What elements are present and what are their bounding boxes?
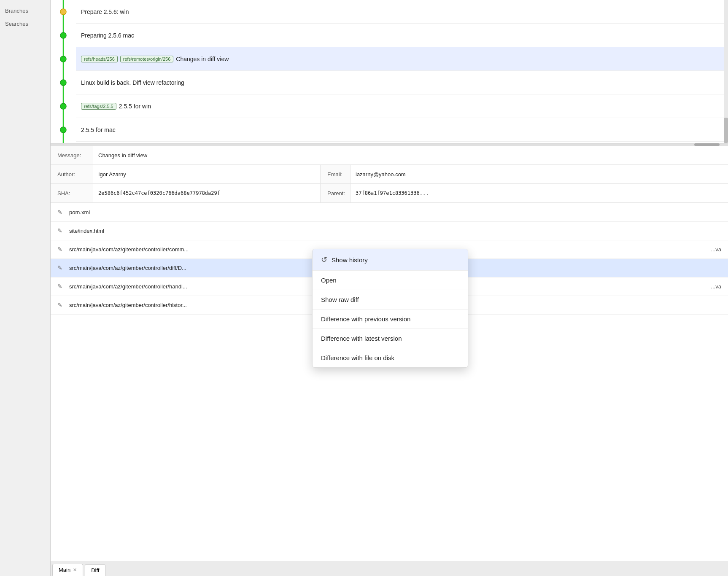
parent-label: Parent: <box>321 186 350 201</box>
context-menu-item-diff-latest[interactable]: Difference with latest version <box>313 329 468 348</box>
detail-message-row: Message: Changes in diff view <box>51 146 728 165</box>
commit-row[interactable]: 2.5.5 for mac <box>76 118 724 142</box>
scrollbar-thumb-h <box>694 143 720 146</box>
main-container: Branches Searches <box>0 0 728 576</box>
sha-value: 2e586c6f452c47cef0320c766da68e77978da29f <box>93 184 321 202</box>
commit-row[interactable]: Linux build is back. Diff view refactori… <box>76 71 724 94</box>
context-menu-item-diff-disk[interactable]: Difference with file on disk <box>313 348 468 367</box>
edit-icon: ✎ <box>57 264 65 272</box>
parent-value: 37f86a1f97e1c83361336... <box>350 184 728 202</box>
context-menu-diff-disk-label: Difference with file on disk <box>321 354 394 361</box>
ref-badge-tag: refs/tags/2.5.5 <box>81 103 116 110</box>
author-label: Author: <box>51 167 93 182</box>
context-menu-show-history-label: Show history <box>332 256 368 264</box>
git-graph-svg <box>51 0 76 143</box>
context-menu-item-diff-prev[interactable]: Difference with previous version <box>313 310 468 329</box>
bottom-tabs: Main ✕ Diff <box>51 561 728 576</box>
svg-point-3 <box>60 56 66 62</box>
commit-list-area: Prepare 2.5.6: win Preparing 2.5.6 mac r… <box>51 0 728 143</box>
tab-main[interactable]: Main ✕ <box>52 564 83 576</box>
horizontal-scrollbar[interactable] <box>724 0 728 143</box>
scroll-area <box>51 143 728 146</box>
context-menu: ↺ Show history Open Show raw diff Differ… <box>312 249 468 368</box>
commit-row[interactable]: refs/tags/2.5.5 2.5.5 for win <box>76 94 724 118</box>
sidebar-item-searches[interactable]: Searches <box>0 17 50 30</box>
file-suffix: ...va <box>711 246 721 253</box>
graph-column <box>51 0 76 143</box>
context-menu-item-raw-diff[interactable]: Show raw diff <box>313 290 468 310</box>
context-menu-open-label: Open <box>321 277 337 284</box>
detail-author-row: Author: Igor Azarny Email: iazarny@yahoo… <box>51 165 728 184</box>
history-icon: ↺ <box>321 255 327 264</box>
scrollbar-thumb <box>724 118 728 143</box>
edit-icon: ✎ <box>57 283 65 291</box>
context-menu-diff-latest-label: Difference with latest version <box>321 335 402 342</box>
author-value: Igor Azarny <box>93 165 321 183</box>
commit-row[interactable]: Preparing 2.5.6 mac <box>76 24 724 47</box>
file-row[interactable]: ✎ site/index.html <box>51 222 728 240</box>
tab-diff-label: Diff <box>91 567 99 573</box>
file-suffix: ...va <box>711 283 721 290</box>
email-label: Email: <box>321 167 350 182</box>
file-row[interactable]: ✎ pom.xml <box>51 203 728 222</box>
tab-diff[interactable]: Diff <box>85 564 105 576</box>
commit-row[interactable]: Prepare 2.5.6: win <box>76 0 724 24</box>
message-value: Changes in diff view <box>93 146 728 164</box>
message-label: Message: <box>51 148 93 163</box>
sidebar-item-branches[interactable]: Branches <box>0 4 50 17</box>
svg-point-1 <box>60 9 66 15</box>
ref-badge-heads: refs/heads/256 <box>81 56 118 62</box>
tab-main-close[interactable]: ✕ <box>73 567 77 573</box>
commits-column: Prepare 2.5.6: win Preparing 2.5.6 mac r… <box>76 0 724 143</box>
context-menu-item-open[interactable]: Open <box>313 271 468 290</box>
detail-sha-row: SHA: 2e586c6f452c47cef0320c766da68e77978… <box>51 184 728 203</box>
edit-icon: ✎ <box>57 246 65 253</box>
commit-row-selected[interactable]: refs/heads/256 refs/remotes/origin/256 C… <box>76 47 724 71</box>
email-value: iazarny@yahoo.com <box>350 165 728 183</box>
edit-icon: ✎ <box>57 227 65 235</box>
context-menu-diff-prev-label: Difference with previous version <box>321 315 410 323</box>
svg-point-6 <box>60 127 66 133</box>
context-menu-item-show-history[interactable]: ↺ Show history <box>313 249 468 271</box>
edit-icon: ✎ <box>57 209 65 216</box>
edit-icon: ✎ <box>57 301 65 309</box>
svg-point-4 <box>60 80 66 86</box>
sidebar: Branches Searches <box>0 0 51 576</box>
sha-label: SHA: <box>51 186 93 201</box>
tab-main-label: Main <box>59 567 70 573</box>
ref-badge-remotes: refs/remotes/origin/256 <box>120 56 174 62</box>
context-menu-raw-diff-label: Show raw diff <box>321 296 359 303</box>
commit-detail-panel: Message: Changes in diff view Author: Ig… <box>51 146 728 203</box>
svg-point-5 <box>60 103 66 109</box>
svg-point-2 <box>60 32 66 38</box>
